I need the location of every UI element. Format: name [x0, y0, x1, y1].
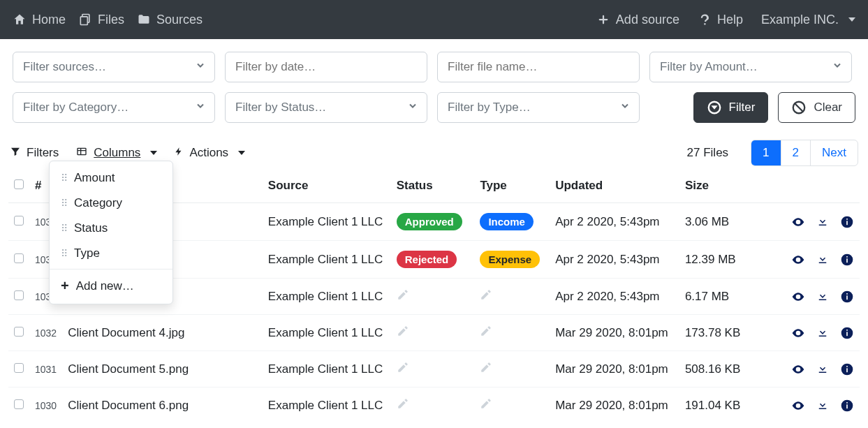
- svg-rect-15: [846, 332, 848, 336]
- columns-item-amount[interactable]: ⠿ Amount: [50, 165, 172, 191]
- download-icon[interactable]: [816, 326, 829, 340]
- col-type[interactable]: Type: [474, 172, 550, 203]
- edit-icon[interactable]: [480, 363, 492, 376]
- page-2[interactable]: 2: [781, 140, 811, 165]
- filters-toggle-label: Filters: [27, 146, 59, 160]
- edit-icon[interactable]: [480, 290, 492, 304]
- download-icon[interactable]: [816, 399, 829, 413]
- file-size: 191.04 KB: [685, 399, 740, 412]
- status-badge: Approved: [397, 213, 462, 230]
- download-icon[interactable]: [816, 362, 829, 376]
- help-button[interactable]: Help: [696, 10, 744, 30]
- col-status[interactable]: Status: [391, 172, 475, 203]
- view-icon[interactable]: [791, 326, 805, 340]
- filter-date-input[interactable]: [225, 52, 427, 82]
- clear-ban-icon: [791, 100, 807, 115]
- file-updated: Apr 2 2020, 5:43pm: [555, 215, 659, 228]
- columns-label: Columns: [94, 146, 140, 160]
- file-source: Example Client 1 LLC: [268, 290, 383, 303]
- clear-button[interactable]: Clear: [778, 92, 855, 123]
- col-source[interactable]: Source: [263, 172, 391, 203]
- row-checkbox[interactable]: [14, 253, 24, 263]
- org-menu[interactable]: Example INC.: [760, 10, 857, 30]
- info-icon[interactable]: [840, 362, 854, 376]
- view-icon[interactable]: [791, 399, 805, 413]
- columns-add-new[interactable]: + Add new…: [50, 272, 172, 300]
- edit-icon[interactable]: [480, 399, 492, 413]
- columns-item-category[interactable]: ⠿ Category: [50, 191, 172, 216]
- file-source: Example Client 1 LLC: [268, 326, 383, 339]
- grip-icon: ⠿: [61, 223, 67, 234]
- help-icon: [698, 13, 712, 27]
- files-count: 27 Files: [687, 146, 729, 160]
- file-source: Example Client 1 LLC: [268, 399, 383, 412]
- view-icon[interactable]: [791, 290, 805, 304]
- nav-home[interactable]: Home: [11, 10, 67, 30]
- download-icon[interactable]: [816, 253, 829, 267]
- info-icon[interactable]: [840, 399, 854, 413]
- info-icon[interactable]: [840, 290, 854, 304]
- row-checkbox[interactable]: [14, 327, 24, 337]
- filter-category-select[interactable]: Filter by Category…: [13, 92, 215, 123]
- edit-icon[interactable]: [397, 290, 409, 304]
- file-name[interactable]: Client Document 6.png: [68, 399, 189, 412]
- add-source-label: Add source: [616, 13, 679, 27]
- page-next[interactable]: Next: [811, 140, 858, 165]
- table-row: 1032 Client Document 4.jpg Example Clien…: [8, 315, 860, 351]
- select-all-checkbox[interactable]: [14, 179, 24, 189]
- edit-icon[interactable]: [397, 399, 409, 413]
- funnel-icon: [10, 146, 21, 161]
- download-icon[interactable]: [816, 215, 829, 229]
- row-checkbox[interactable]: [14, 363, 24, 373]
- view-icon[interactable]: [791, 362, 805, 376]
- columns-item-label: Status: [74, 221, 108, 235]
- actions-menu-toggle[interactable]: Actions: [174, 145, 245, 161]
- nav-files-label: Files: [98, 13, 124, 27]
- file-size: 12.39 MB: [685, 253, 736, 266]
- filter-status-select[interactable]: Filter by Status…: [225, 92, 427, 123]
- columns-item-status[interactable]: ⠿ Status: [50, 216, 172, 241]
- info-icon[interactable]: [840, 326, 854, 340]
- info-icon[interactable]: [840, 253, 854, 267]
- nav-files[interactable]: Files: [77, 10, 126, 30]
- filter-button[interactable]: Filter: [693, 92, 769, 123]
- svg-rect-12: [846, 295, 848, 300]
- chevron-down-icon: [848, 17, 855, 22]
- edit-icon[interactable]: [397, 363, 409, 376]
- columns-item-type[interactable]: ⠿ Type: [50, 241, 172, 266]
- filters-toggle[interactable]: Filters: [10, 146, 59, 161]
- svg-rect-13: [846, 293, 848, 295]
- filter-row-1: Filter sources… Filter by Amount…: [0, 39, 868, 88]
- filter-type-select[interactable]: Filter by Type…: [437, 92, 640, 123]
- page-1[interactable]: 1: [751, 140, 781, 165]
- col-updated[interactable]: Updated: [550, 172, 679, 203]
- columns-dropdown: ⠿ Amount ⠿ Category ⠿ Status ⠿ Type + Ad…: [49, 161, 173, 304]
- status-badge: Rejected: [397, 251, 457, 268]
- navbar: Home Files Sources Add source Help: [0, 0, 868, 39]
- file-name[interactable]: Client Document 5.png: [68, 362, 189, 376]
- row-checkbox[interactable]: [14, 216, 24, 226]
- edit-icon[interactable]: [480, 327, 492, 340]
- edit-icon[interactable]: [397, 327, 409, 340]
- filter-amount-select[interactable]: Filter by Amount…: [649, 52, 852, 82]
- row-checkbox[interactable]: [14, 290, 24, 300]
- col-size[interactable]: Size: [679, 172, 783, 203]
- columns-item-label: Type: [74, 246, 100, 260]
- clear-button-label: Clear: [814, 101, 842, 115]
- filter-status-label: Filter by Status…: [235, 101, 326, 115]
- filter-sources-select[interactable]: Filter sources…: [13, 52, 215, 82]
- columns-menu-toggle[interactable]: Columns: [75, 146, 157, 161]
- row-checkbox[interactable]: [14, 399, 24, 409]
- nav-home-label: Home: [32, 13, 66, 27]
- info-icon[interactable]: [840, 215, 854, 229]
- download-icon[interactable]: [816, 290, 829, 304]
- view-icon[interactable]: [791, 215, 805, 229]
- org-label: Example INC.: [761, 13, 839, 27]
- nav-sources[interactable]: Sources: [135, 10, 204, 30]
- view-icon[interactable]: [791, 253, 805, 267]
- file-name[interactable]: Client Document 4.jpg: [68, 326, 184, 339]
- filter-filename-input[interactable]: [437, 52, 640, 82]
- folder-icon: [137, 13, 151, 27]
- add-source-button[interactable]: Add source: [595, 10, 681, 30]
- chevron-down-icon: [407, 101, 418, 115]
